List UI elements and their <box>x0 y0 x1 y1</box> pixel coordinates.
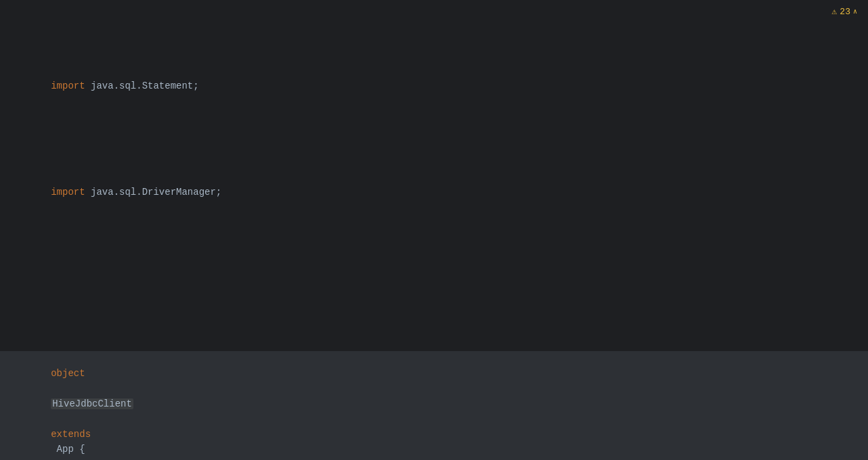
line-object-content: object HiveJdbcClient extends App { <box>5 351 868 460</box>
warning-count: 23 <box>840 5 850 20</box>
line-1: import java.sql.Statement; <box>0 64 868 109</box>
warning-caret[interactable]: ∧ <box>853 7 857 18</box>
kw-import-1: import <box>51 80 85 91</box>
line-1-content: import java.sql.Statement; <box>5 64 868 109</box>
kw-import-2: import <box>51 187 85 198</box>
line-blank-1 <box>0 275 868 290</box>
line-2-content: import java.sql.DriverManager; <box>5 169 868 214</box>
code-editor: ⚠ 23 ∧ import java.sql.Statement; import… <box>0 0 868 460</box>
line-object-decl: object HiveJdbcClient extends App { <box>0 351 868 460</box>
line-2: import java.sql.DriverManager; <box>0 169 868 214</box>
kw-object: object <box>51 368 85 379</box>
warning-icon: ⚠ <box>832 5 838 20</box>
class-hivejdbc: HiveJdbcClient <box>51 398 133 409</box>
kw-extends: extends <box>51 429 91 440</box>
code-content: import java.sql.Statement; import java.s… <box>0 0 868 460</box>
warning-badge: ⚠ 23 ∧ <box>832 5 857 20</box>
